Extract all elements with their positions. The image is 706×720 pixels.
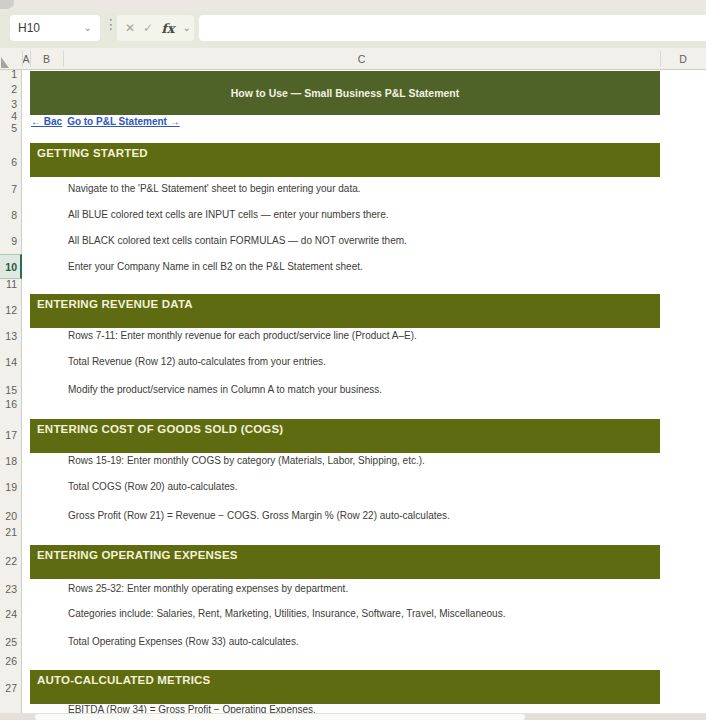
row-header-17[interactable]: 17 [0,428,17,442]
row-header-6[interactable]: 6 [0,155,17,169]
row-header-18[interactable]: 18 [0,454,17,468]
row-header-9[interactable]: 9 [0,234,17,248]
horizontal-scrollbar-thumb[interactable] [35,714,525,720]
column-header-a[interactable]: A [22,52,30,66]
title-banner-cell[interactable]: How to Use — Small Business P&L Statemen… [30,71,660,115]
instruction-line[interactable]: Rows 25-32: Enter monthly operating expe… [68,583,348,595]
instruction-line[interactable]: Enter your Company Name in cell B2 on th… [68,261,363,273]
spreadsheet-app: H10 ⌄ ⋮ ✕ ✓ fx ⌄ A B C D 1 2 3 4 5 6 7 8… [0,0,706,720]
column-divider [22,51,23,67]
row-header-21[interactable]: 21 [0,525,17,539]
instruction-line[interactable]: Total COGS (Row 20) auto-calculates. [68,481,238,493]
instruction-line[interactable]: Rows 7-11: Enter monthly revenue for eac… [68,330,417,342]
row-header-11[interactable]: 11 [0,277,17,291]
row-header-24[interactable]: 24 [0,607,17,621]
chevron-down-icon[interactable]: ⌄ [182,23,190,33]
row-header-27[interactable]: 27 [0,681,17,695]
instruction-line[interactable]: Total Operating Expenses (Row 33) auto-c… [68,636,299,648]
row-header-25[interactable]: 25 [0,635,17,649]
row-header-5[interactable]: 5 [0,121,17,135]
back-link[interactable]: ← Bac [31,116,62,127]
goto-pnl-link[interactable]: Go to P&L Statement → [67,116,180,127]
instruction-line[interactable]: Modify the product/service names in Colu… [68,384,382,396]
section-header-cogs[interactable]: ENTERING COST OF GOODS SOLD (COGS) [30,419,660,453]
column-header-b[interactable]: B [30,52,63,66]
chevron-down-icon[interactable]: ⌄ [84,23,92,33]
column-header-d[interactable]: D [660,52,706,66]
row-header-19[interactable]: 19 [0,480,17,494]
cancel-icon[interactable]: ✕ [125,21,135,35]
instruction-line[interactable]: All BLUE colored text cells are INPUT ce… [68,209,389,221]
instruction-line[interactable]: Navigate to the 'P&L Statement' sheet to… [68,183,361,195]
section-header-getting-started[interactable]: GETTING STARTED [30,143,660,177]
row-header-2[interactable]: 2 [0,82,17,96]
insert-function-icon[interactable]: fx [161,21,174,36]
row-header-12[interactable]: 12 [0,303,17,317]
row-header-10-active[interactable]: 10 [0,260,17,274]
separator-dots-icon: ⋮ [104,11,118,37]
row-header-13[interactable]: 13 [0,329,17,343]
row-header-26[interactable]: 26 [0,654,17,668]
formula-bar-area: H10 ⌄ ⋮ ✕ ✓ fx ⌄ [0,0,706,48]
instruction-line[interactable]: Categories include: Salaries, Rent, Mark… [68,608,505,620]
row-header-16[interactable]: 16 [0,397,17,411]
name-box-value: H10 [18,21,40,35]
instruction-line[interactable]: Total Revenue (Row 12) auto-calculates f… [68,356,326,368]
column-divider [660,51,661,67]
formula-buttons: ✕ ✓ fx ⌄ [117,15,194,41]
row-header-20[interactable]: 20 [0,509,17,523]
row-header-15[interactable]: 15 [0,383,17,397]
section-header-metrics[interactable]: AUTO-CALCULATED METRICS [30,670,660,704]
name-box[interactable]: H10 ⌄ [10,15,100,41]
row-header-23[interactable]: 23 [0,582,17,596]
enter-icon[interactable]: ✓ [143,21,153,35]
row-header-22[interactable]: 22 [0,554,17,568]
column-divider [30,51,31,67]
section-header-revenue[interactable]: ENTERING REVENUE DATA [30,294,660,328]
formula-input[interactable] [199,15,706,41]
instruction-line[interactable]: Rows 15-19: Enter monthly COGS by catego… [68,455,425,467]
column-divider [63,51,64,67]
navigation-links-row: ← Bac Go to P&L Statement → [31,116,180,127]
section-header-opex[interactable]: ENTERING OPERATING EXPENSES [30,545,660,579]
instruction-line[interactable]: Gross Profit (Row 21) = Revenue − COGS. … [68,510,450,522]
column-header-c[interactable]: C [63,52,660,66]
row-header-14[interactable]: 14 [0,355,17,369]
row-header-1[interactable]: 1 [0,67,17,81]
row-header-7[interactable]: 7 [0,182,17,196]
row-header-8[interactable]: 8 [0,208,17,222]
instruction-line[interactable]: All BLACK colored text cells contain FOR… [68,235,407,247]
